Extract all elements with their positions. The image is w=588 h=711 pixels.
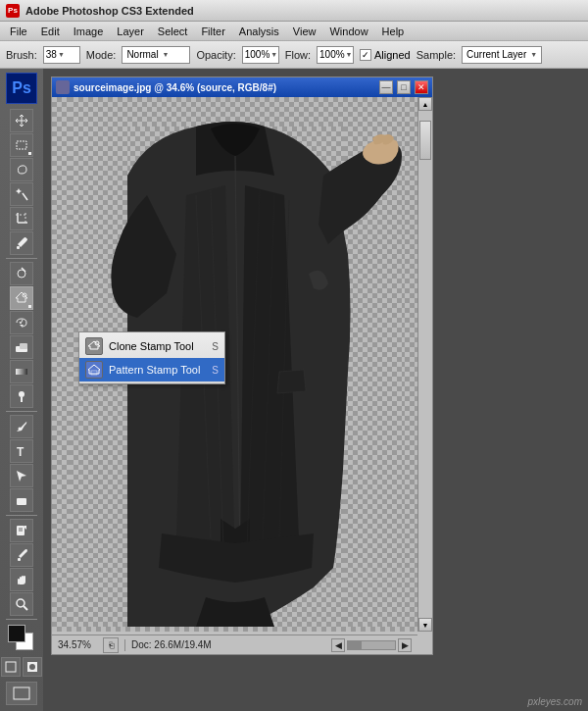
left-toolbar: Ps xyxy=(0,69,43,711)
svg-rect-22 xyxy=(18,558,21,561)
menu-filter[interactable]: Filter xyxy=(195,24,230,39)
scrollbar-track[interactable] xyxy=(418,111,432,618)
window-minimize-btn[interactable]: — xyxy=(379,80,393,94)
tool-hand[interactable] xyxy=(10,568,33,591)
quick-mask-area xyxy=(1,657,42,677)
menu-bar: File Edit Image Layer Select Filter Anal… xyxy=(0,22,588,41)
svg-point-24 xyxy=(17,599,24,607)
tool-separator-2 xyxy=(6,411,37,412)
tool-gradient[interactable] xyxy=(10,360,33,383)
tool-move[interactable] xyxy=(10,109,33,132)
svg-marker-21 xyxy=(24,526,26,530)
tool-clone-stamp[interactable] xyxy=(10,286,33,310)
app-title-bar: Ps Adobe Photoshop CS3 Extended xyxy=(0,0,588,22)
clone-stamp-icon xyxy=(85,337,103,355)
svg-rect-23 xyxy=(18,579,20,584)
tool-eyedropper2[interactable] xyxy=(10,543,33,567)
tool-crop[interactable] xyxy=(10,207,33,230)
svg-line-1 xyxy=(23,193,27,200)
menu-window[interactable]: Window xyxy=(323,24,373,39)
nav-right-btn[interactable]: ▶ xyxy=(398,638,412,652)
svg-text:T: T xyxy=(17,445,24,458)
context-pattern-stamp[interactable]: Pattern Stamp Tool S xyxy=(79,358,224,381)
zoom-level: 34.57% xyxy=(58,639,97,650)
tool-dodge[interactable] xyxy=(10,384,33,408)
app-icon: Ps xyxy=(6,4,20,18)
sample-dropdown-arrow: ▼ xyxy=(530,51,537,58)
scrollbar-down-btn[interactable]: ▼ xyxy=(418,618,432,632)
pattern-stamp-label: Pattern Stamp Tool xyxy=(109,364,200,376)
svg-point-15 xyxy=(19,428,22,431)
tool-marquee[interactable] xyxy=(10,133,33,157)
tool-path-selection[interactable] xyxy=(10,464,33,487)
svg-point-13 xyxy=(19,391,24,397)
tool-notes[interactable] xyxy=(10,519,33,542)
svg-rect-0 xyxy=(17,141,26,149)
menu-file[interactable]: File xyxy=(4,24,33,39)
opacity-input[interactable]: 100% ▼ xyxy=(242,46,279,64)
svg-rect-6 xyxy=(17,246,20,249)
quick-mask-btn[interactable] xyxy=(23,657,42,677)
tool-type[interactable]: T xyxy=(10,439,33,463)
tool-stamp-corner xyxy=(28,305,31,308)
tool-corner-indicator xyxy=(28,152,31,155)
watermark: pxleyes.com xyxy=(527,696,582,707)
tool-separator-1 xyxy=(6,258,37,259)
pattern-stamp-key: S xyxy=(212,365,219,376)
menu-analysis[interactable]: Analysis xyxy=(233,24,285,39)
menu-select[interactable]: Select xyxy=(152,24,194,39)
nav-thumb xyxy=(348,641,362,649)
tool-pen[interactable] xyxy=(10,415,33,438)
doc-info: Doc: 26.6M/19.4M xyxy=(131,639,212,650)
scrollbar-thumb[interactable] xyxy=(419,121,431,160)
ps-logo: Ps xyxy=(6,73,37,104)
tool-shape[interactable] xyxy=(10,488,33,512)
menu-image[interactable]: Image xyxy=(68,24,110,39)
screen-mode-btn[interactable] xyxy=(6,682,37,705)
brush-input[interactable]: 38 ▼ xyxy=(43,46,80,64)
foreground-color-swatch[interactable] xyxy=(8,625,25,642)
color-swatches xyxy=(8,625,35,652)
menu-layer[interactable]: Layer xyxy=(111,24,150,39)
menu-help[interactable]: Help xyxy=(376,24,411,39)
tool-magic-wand[interactable] xyxy=(10,182,33,206)
menu-view[interactable]: View xyxy=(287,24,322,39)
status-icon[interactable]: ⎗ xyxy=(103,637,119,653)
v-scrollbar: ▲ ▼ xyxy=(417,97,432,632)
tool-history-brush[interactable] xyxy=(10,311,33,334)
sample-dropdown[interactable]: Current Layer ▼ xyxy=(462,46,542,64)
aligned-checkbox-box[interactable]: ✓ xyxy=(360,49,371,61)
canvas-area: sourceimage.jpg @ 34.6% (source, RGB/8#)… xyxy=(43,69,588,711)
menu-edit[interactable]: Edit xyxy=(35,24,66,39)
tool-separator-3 xyxy=(6,515,37,516)
window-maximize-btn[interactable]: □ xyxy=(397,80,411,94)
window-close-btn[interactable]: ✕ xyxy=(415,80,428,94)
pattern-stamp-icon xyxy=(85,361,103,379)
status-divider xyxy=(124,639,125,651)
nav-left-btn[interactable]: ◀ xyxy=(331,638,345,652)
flow-input[interactable]: 100% ▼ xyxy=(317,46,354,64)
status-nav: ◀ ▶ xyxy=(331,638,412,652)
svg-rect-12 xyxy=(16,369,27,375)
svg-rect-17 xyxy=(17,498,26,505)
mode-dropdown[interactable]: Normal ▼ xyxy=(122,46,190,64)
context-clone-stamp[interactable]: Clone Stamp Tool S xyxy=(79,334,224,358)
tool-lasso[interactable] xyxy=(10,158,33,181)
clone-stamp-label: Clone Stamp Tool xyxy=(109,340,194,352)
tool-healing-brush[interactable] xyxy=(10,262,33,285)
standard-mode-btn[interactable] xyxy=(1,657,21,677)
clone-stamp-key: S xyxy=(212,341,219,352)
status-bar: 34.57% ⎗ Doc: 26.6M/19.4M ◀ ▶ xyxy=(52,635,417,654)
svg-line-25 xyxy=(24,606,27,610)
main-area: Ps xyxy=(0,69,588,711)
app-title: Adobe Photoshop CS3 Extended xyxy=(25,5,194,17)
svg-rect-11 xyxy=(20,343,27,349)
document-icon xyxy=(56,80,70,94)
tool-eraser[interactable] xyxy=(10,335,33,359)
scrollbar-up-btn[interactable]: ▲ xyxy=(418,97,432,111)
context-menu: Clone Stamp Tool S Pattern Stamp Tool S xyxy=(78,331,225,384)
tool-eyedropper[interactable] xyxy=(10,231,33,255)
flow-label: Flow: xyxy=(285,49,311,61)
tool-zoom[interactable] xyxy=(10,592,33,616)
aligned-checkbox[interactable]: ✓ Aligned xyxy=(360,49,411,61)
